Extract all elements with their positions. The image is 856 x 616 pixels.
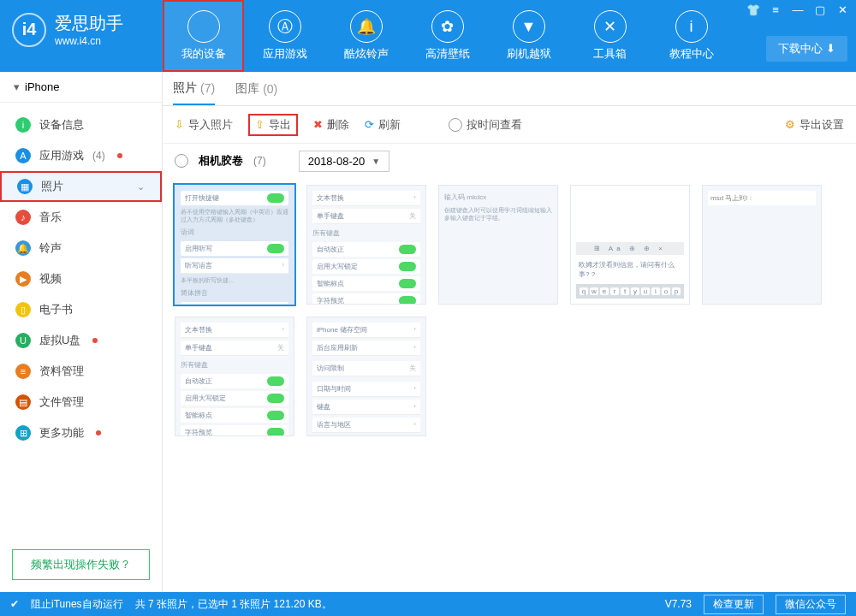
nav-label: 工具箱 (593, 46, 627, 62)
window-controls: 👕 ≡ — ▢ ✕ (745, 3, 851, 16)
refresh-button[interactable]: ⟳刷新 (365, 117, 401, 133)
delete-button[interactable]: ✖删除 (313, 117, 349, 133)
nav-label: 刷机越狱 (507, 46, 551, 62)
album-radio-icon[interactable] (175, 154, 188, 168)
nav-item-5[interactable]: ✕工具箱 (569, 0, 651, 72)
photo-thumb[interactable]: 打开快捷键若不使用空格键输入周期（中英语）应通过入力方式周期（多处键盘）语词启用… (175, 185, 294, 305)
nav-item-3[interactable]: ✿高清壁纸 (407, 0, 488, 72)
sidebar-item-5[interactable]: ▶视频 (0, 264, 162, 294)
badge-dot (96, 430, 101, 435)
sidebar-item-0[interactable]: i设备信息 (0, 110, 162, 140)
sidebar-item-7[interactable]: U虚拟U盘 (0, 325, 162, 356)
check-update-button[interactable]: 检查更新 (704, 595, 764, 614)
nav-label: 教程中心 (669, 46, 714, 62)
maximize-icon[interactable]: ▢ (811, 3, 829, 16)
sidebar-item-1[interactable]: A应用游戏(4) (0, 140, 162, 171)
sidebar-item-6[interactable]: ▯电子书 (0, 294, 162, 325)
sidebar-item-label: 虚拟U盘 (39, 333, 80, 348)
sidebar-item-8[interactable]: ≡资料管理 (0, 356, 162, 387)
sidebar-icon: ▶ (15, 271, 31, 287)
logo-icon: i4 (12, 13, 46, 47)
sidebar-item-2[interactable]: ▦照片⌄ (0, 171, 162, 202)
sidebar-icon: 🔔 (15, 240, 31, 256)
nav-item-1[interactable]: Ⓐ应用游戏 (244, 0, 325, 72)
version-label: V7.73 (665, 598, 692, 610)
sidebar-icon: ♪ (15, 210, 31, 225)
nav-icon: ▼ (513, 10, 545, 43)
device-selector[interactable]: ▾ iPhone (0, 72, 162, 103)
sidebar-icon: U (15, 333, 31, 348)
nav-label: 我的设备 (181, 46, 226, 62)
nav-item-2[interactable]: 🔔酷炫铃声 (325, 0, 407, 72)
wechat-button[interactable]: 微信公众号 (776, 595, 846, 614)
sidebar-item-9[interactable]: ▤文件管理 (0, 387, 162, 418)
toolbar: ⇩导入照片 ⇧导出 ✖删除 ⟳刷新 按时间查看 ⚙导出设置 (163, 106, 856, 144)
nav-label: 应用游戏 (263, 46, 307, 62)
nav-item-0[interactable]: 我的设备 (163, 0, 244, 72)
content-area: 照片 (7)图库 (0) ⇩导入照片 ⇧导出 ✖删除 ⟳刷新 按时间查看 ⚙导出… (163, 72, 856, 592)
sidebar-item-10[interactable]: ⊞更多功能 (0, 418, 162, 448)
tab-1[interactable]: 图库 (0) (235, 72, 277, 105)
chevron-down-icon: ▼ (372, 157, 380, 166)
filter-row: 相机胶卷 (7) 2018-08-20 ▼ (163, 144, 856, 178)
status-summary: 共 7 张照片，已选中 1 张照片 121.20 KB。 (135, 597, 332, 612)
date-dropdown[interactable]: 2018-08-20 ▼ (299, 151, 389, 172)
nav-label: 高清壁纸 (425, 46, 470, 62)
sidebar-item-label: 照片 (41, 179, 63, 194)
top-nav: 我的设备Ⓐ应用游戏🔔酷炫铃声✿高清壁纸▼刷机越狱✕工具箱i教程中心 (163, 0, 732, 72)
sidebar-item-label: 视频 (39, 271, 62, 287)
badge-dot (92, 338, 98, 343)
sidebar-icon: i (15, 117, 31, 133)
download-center-button[interactable]: 下载中心 ⬇ (766, 36, 847, 62)
sidebar-icon: ▦ (17, 179, 33, 194)
sidebar-item-3[interactable]: ♪音乐 (0, 202, 162, 233)
nav-item-4[interactable]: ▼刷机越狱 (488, 0, 569, 72)
album-count: (7) (253, 155, 266, 167)
photo-thumb[interactable]: 文本替换›单手键盘关所有键盘自动改正启用大写锁定智能标点字符预览 (175, 317, 294, 436)
sidebar-icon: ≡ (15, 364, 31, 379)
sidebar: ▾ iPhone i设备信息A应用游戏(4)▦照片⌄♪音乐🔔铃声▶视频▯电子书U… (0, 72, 163, 592)
device-name: iPhone (25, 80, 59, 93)
menu-icon[interactable]: ≡ (767, 3, 784, 16)
export-button[interactable]: ⇧导出 (248, 114, 298, 136)
nav-icon (187, 10, 220, 43)
sidebar-item-label: 资料管理 (39, 364, 84, 379)
sidebar-item-label: 音乐 (39, 210, 62, 225)
nav-item-6[interactable]: i教程中心 (651, 0, 732, 72)
app-header: i4 爱思助手 www.i4.cn 我的设备Ⓐ应用游戏🔔酷炫铃声✿高清壁纸▼刷机… (0, 0, 856, 72)
brand-name: 爱思助手 (55, 12, 123, 35)
brand-site: www.i4.cn (55, 35, 123, 47)
view-by-time-radio[interactable]: 按时间查看 (449, 117, 522, 133)
photo-thumb[interactable]: 输入码 mkdcx创建键盘入时可以使用学习词组缩短输入多输入键盘记于字组。 (438, 185, 558, 305)
close-icon[interactable]: ✕ (834, 3, 851, 16)
itunes-toggle[interactable]: 阻止iTunes自动运行 (31, 597, 123, 612)
skin-icon[interactable]: 👕 (745, 3, 762, 16)
sidebar-item-label: 更多功能 (39, 425, 84, 441)
badge-dot (117, 153, 122, 158)
status-bar: ✔ 阻止iTunes自动运行 共 7 张照片，已选中 1 张照片 121.20 … (0, 592, 856, 616)
photo-thumb[interactable]: 文本替换›单手键盘关所有键盘自动改正启用大写锁定智能标点字符预览 (306, 185, 426, 305)
tab-0[interactable]: 照片 (7) (173, 72, 215, 105)
sidebar-item-label: 铃声 (39, 240, 62, 256)
chevron-down-icon: ▾ (14, 80, 20, 93)
help-button[interactable]: 频繁出现操作失败？ (12, 549, 150, 580)
export-settings-button[interactable]: ⚙导出设置 (785, 117, 844, 133)
photo-thumb[interactable]: msd 马上到! : (702, 185, 822, 305)
radio-icon (449, 118, 462, 132)
sidebar-item-4[interactable]: 🔔铃声 (0, 233, 162, 264)
photo-thumb[interactable]: ⊞ Aa ⊕ ⊕ ×欧姆才没看到信息，请问有什么事? ?qwertyuiop (570, 185, 690, 305)
sidebar-item-label: 电子书 (39, 302, 73, 317)
nav-icon: Ⓐ (269, 10, 301, 43)
nav-label: 酷炫铃声 (344, 46, 389, 62)
sidebar-icon: ⊞ (15, 425, 31, 441)
sidebar-icon: ▯ (15, 302, 31, 317)
nav-icon: 🔔 (350, 10, 383, 43)
import-button[interactable]: ⇩导入照片 (175, 117, 233, 133)
nav-icon: ✕ (594, 10, 627, 43)
photo-thumb[interactable]: iPhone 储存空间›后台应用刷新›访问限制关日期与时间›键盘›语言与地区›词… (306, 317, 426, 436)
sidebar-item-label: 文件管理 (39, 394, 84, 410)
sidebar-item-label: 应用游戏 (39, 148, 84, 163)
minimize-icon[interactable]: — (789, 3, 806, 16)
nav-icon: ✿ (431, 10, 464, 43)
sidebar-icon: ▤ (15, 394, 31, 410)
